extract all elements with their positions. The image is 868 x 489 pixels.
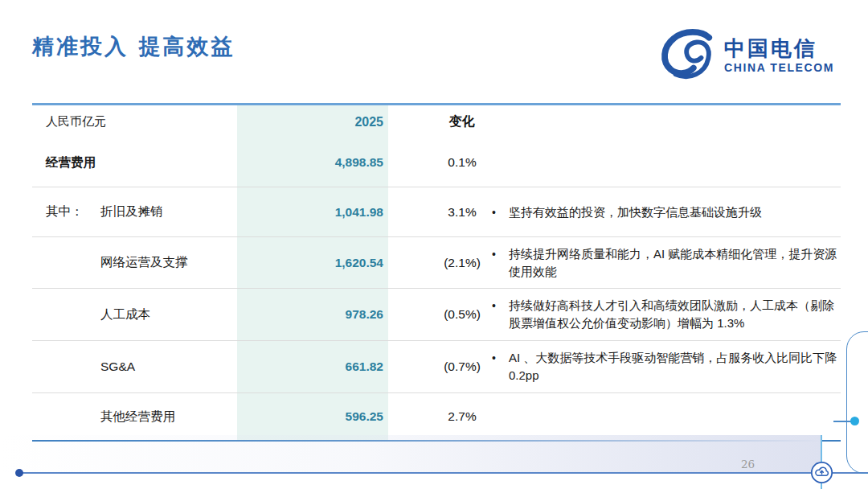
row-value: 978.26 (237, 289, 388, 340)
table-row: 网络运营及支撑1,620.54(2.1%)•持续提升网络质量和能力，AI 赋能成… (32, 236, 841, 288)
china-telecom-logo: 中国电信 CHINA TELECOM (660, 29, 834, 82)
row-label: 其他经营费用 (100, 409, 175, 425)
row-value: 596.25 (237, 393, 388, 440)
bottom-rule-dot (15, 469, 23, 477)
row-note: 坚持有效益的投资，加快数字信息基础设施升级 (509, 203, 762, 221)
bullet-icon: • (492, 245, 498, 263)
header-unit: 人民币亿元 (32, 105, 237, 138)
page-number: 26 (741, 458, 755, 471)
row-label-cell: 其中：折旧及摊销 (32, 187, 237, 236)
decorative-cyan-dot (850, 417, 859, 425)
row-value: 1,041.98 (237, 187, 388, 236)
header-change: 变化 (388, 105, 492, 138)
row-note: 持续做好高科技人才引入和高绩效团队激励，人工成本（剔除股票增值权公允价值变动影响… (509, 297, 839, 332)
row-change: (0.5%) (388, 289, 492, 340)
table-row: 经营费用4,898.850.1% (32, 138, 841, 187)
expense-table: 人民币亿元 2025 变化 经营费用4,898.850.1%其中：折旧及摊销1,… (32, 103, 841, 442)
row-change: 0.1% (388, 138, 492, 187)
row-change: 3.1% (388, 187, 492, 236)
row-label-cell: 人工成本 (32, 289, 237, 340)
row-value: 4,898.85 (237, 138, 388, 187)
bullet-icon: • (492, 297, 498, 314)
row-note-cell (492, 138, 841, 187)
logo-name-en: CHINA TELECOM (724, 62, 834, 74)
row-change: 2.7% (388, 393, 492, 440)
table-rows: 经营费用4,898.850.1%其中：折旧及摊销1,041.983.1%•坚持有… (32, 138, 841, 440)
row-label-cell: 网络运营及支撑 (32, 237, 237, 288)
row-note-cell: •持续做好高科技人才引入和高绩效团队激励，人工成本（剔除股票增值权公允价值变动影… (492, 289, 841, 340)
header-year: 2025 (237, 105, 388, 138)
cloud-upload-icon (810, 461, 833, 484)
decorative-rounded-frame (846, 331, 868, 474)
header-note (492, 105, 841, 138)
row-note-cell (492, 393, 841, 440)
row-label-cell: SG&A (32, 341, 237, 392)
row-label: 人工成本 (100, 306, 150, 323)
row-label-cell: 经营费用 (32, 138, 237, 187)
row-note: AI 、大数据等技术手段驱动智能营销，占服务收入比同比下降 0.2pp (509, 349, 839, 384)
decorative-tick-line (833, 421, 851, 422)
bullet-icon: • (492, 203, 498, 221)
slide: 精准投入 提高效益 中国电信 CHINA TELECOM 人民币亿元 2025 … (0, 0, 868, 489)
row-value: 1,620.54 (237, 237, 388, 288)
row-change: (2.1%) (388, 237, 492, 288)
table-row: 其中：折旧及摊销1,041.983.1%•坚持有效益的投资，加快数字信息基础设施… (32, 187, 841, 236)
row-prefix: 其中： (46, 203, 100, 220)
table-row: SG&A661.82(0.7%)•AI 、大数据等技术手段驱动智能营销，占服务收… (32, 340, 841, 392)
table-header-row: 人民币亿元 2025 变化 (32, 105, 841, 138)
row-note-cell: •AI 、大数据等技术手段驱动智能营销，占服务收入比同比下降 0.2pp (492, 341, 841, 392)
bottom-rule (16, 472, 868, 474)
row-label: SG&A (100, 360, 135, 374)
bullet-icon: • (492, 349, 498, 367)
row-note-cell: •坚持有效益的投资，加快数字信息基础设施升级 (492, 187, 841, 236)
row-label: 折旧及摊销 (100, 203, 163, 220)
table-row: 人工成本978.26(0.5%)•持续做好高科技人才引入和高绩效团队激励，人工成… (32, 288, 841, 340)
page-title: 精准投入 提高效益 (32, 32, 235, 61)
row-change: (0.7%) (388, 341, 492, 392)
logo-text: 中国电信 CHINA TELECOM (724, 37, 834, 74)
row-value: 661.82 (237, 341, 388, 392)
row-note-cell: •持续提升网络质量和能力，AI 赋能成本精细化管理，提升资源使用效能 (492, 237, 841, 288)
china-telecom-logo-icon (660, 29, 716, 82)
bottom-gradient-band (0, 435, 821, 472)
row-label-cell: 其他经营费用 (32, 393, 237, 440)
row-label: 网络运营及支撑 (100, 254, 188, 271)
row-label: 经营费用 (46, 154, 96, 171)
row-note: 持续提升网络质量和能力，AI 赋能成本精细化管理，提升资源使用效能 (509, 245, 839, 281)
table-row: 其他经营费用596.252.7% (32, 392, 841, 440)
logo-name-cn: 中国电信 (724, 37, 834, 60)
